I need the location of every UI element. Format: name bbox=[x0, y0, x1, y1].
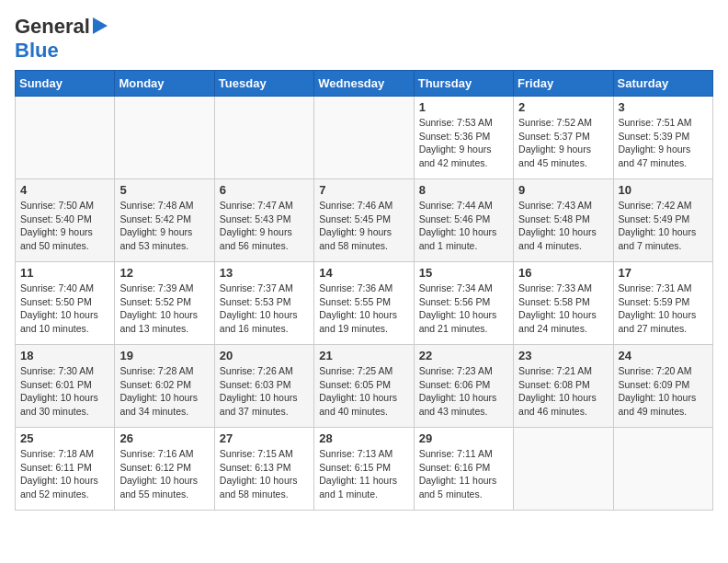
day-number: 29 bbox=[419, 431, 508, 445]
calendar-cell bbox=[514, 428, 613, 511]
svg-marker-0 bbox=[93, 17, 108, 34]
day-number: 2 bbox=[518, 100, 608, 114]
day-number: 19 bbox=[119, 349, 209, 362]
day-number: 7 bbox=[319, 183, 408, 197]
day-info: Sunrise: 7:25 AM Sunset: 6:05 PM Dayligh… bbox=[319, 364, 408, 419]
calendar-cell: 25Sunrise: 7:18 AM Sunset: 6:11 PM Dayli… bbox=[16, 428, 115, 511]
day-info: Sunrise: 7:13 AM Sunset: 6:15 PM Dayligh… bbox=[319, 447, 408, 501]
weekday-header: Friday bbox=[514, 71, 613, 97]
day-number: 1 bbox=[419, 100, 508, 114]
day-info: Sunrise: 7:46 AM Sunset: 5:45 PM Dayligh… bbox=[319, 199, 408, 253]
day-info: Sunrise: 7:37 AM Sunset: 5:53 PM Dayligh… bbox=[220, 282, 309, 336]
calendar-cell: 12Sunrise: 7:39 AM Sunset: 5:52 PM Dayli… bbox=[115, 262, 214, 345]
calendar-cell: 13Sunrise: 7:37 AM Sunset: 5:53 PM Dayli… bbox=[214, 262, 313, 345]
day-number: 27 bbox=[220, 431, 309, 445]
calendar-header: SundayMondayTuesdayWednesdayThursdayFrid… bbox=[16, 71, 713, 97]
day-number: 12 bbox=[119, 266, 209, 280]
weekday-header: Wednesday bbox=[314, 71, 414, 97]
calendar-cell: 4Sunrise: 7:50 AM Sunset: 5:40 PM Daylig… bbox=[16, 179, 115, 262]
calendar-cell: 17Sunrise: 7:31 AM Sunset: 5:59 PM Dayli… bbox=[613, 262, 712, 345]
day-info: Sunrise: 7:50 AM Sunset: 5:40 PM Dayligh… bbox=[20, 199, 109, 253]
logo-blue: Blue bbox=[15, 39, 59, 62]
day-info: Sunrise: 7:33 AM Sunset: 5:58 PM Dayligh… bbox=[518, 282, 608, 336]
day-info: Sunrise: 7:34 AM Sunset: 5:56 PM Dayligh… bbox=[419, 282, 508, 336]
header-row: SundayMondayTuesdayWednesdayThursdayFrid… bbox=[16, 71, 713, 97]
day-info: Sunrise: 7:53 AM Sunset: 5:36 PM Dayligh… bbox=[419, 116, 508, 170]
calendar-cell: 18Sunrise: 7:30 AM Sunset: 6:01 PM Dayli… bbox=[16, 345, 115, 428]
calendar-cell: 16Sunrise: 7:33 AM Sunset: 5:58 PM Dayli… bbox=[514, 262, 613, 345]
logo-general: General bbox=[15, 15, 90, 39]
day-info: Sunrise: 7:39 AM Sunset: 5:52 PM Dayligh… bbox=[119, 282, 209, 336]
calendar-body: 1Sunrise: 7:53 AM Sunset: 5:36 PM Daylig… bbox=[16, 97, 713, 511]
calendar-table: SundayMondayTuesdayWednesdayThursdayFrid… bbox=[15, 70, 713, 511]
day-number: 17 bbox=[619, 266, 708, 280]
weekday-header: Tuesday bbox=[214, 71, 313, 97]
day-info: Sunrise: 7:44 AM Sunset: 5:46 PM Dayligh… bbox=[419, 199, 508, 253]
day-info: Sunrise: 7:43 AM Sunset: 5:48 PM Dayligh… bbox=[518, 199, 608, 253]
calendar-cell: 6Sunrise: 7:47 AM Sunset: 5:43 PM Daylig… bbox=[214, 179, 313, 262]
day-number: 11 bbox=[20, 266, 109, 280]
day-info: Sunrise: 7:40 AM Sunset: 5:50 PM Dayligh… bbox=[20, 282, 109, 336]
day-number: 24 bbox=[619, 349, 708, 362]
calendar-cell: 10Sunrise: 7:42 AM Sunset: 5:49 PM Dayli… bbox=[613, 179, 712, 262]
day-number: 26 bbox=[119, 431, 209, 445]
calendar-cell: 20Sunrise: 7:26 AM Sunset: 6:03 PM Dayli… bbox=[214, 345, 313, 428]
day-number: 23 bbox=[518, 349, 608, 362]
day-number: 20 bbox=[220, 349, 309, 362]
calendar-week-row: 4Sunrise: 7:50 AM Sunset: 5:40 PM Daylig… bbox=[16, 179, 713, 262]
calendar-cell: 7Sunrise: 7:46 AM Sunset: 5:45 PM Daylig… bbox=[314, 179, 414, 262]
calendar-cell: 29Sunrise: 7:11 AM Sunset: 6:16 PM Dayli… bbox=[414, 428, 513, 511]
weekday-header: Saturday bbox=[613, 71, 712, 97]
day-number: 5 bbox=[119, 183, 209, 197]
calendar-cell: 5Sunrise: 7:48 AM Sunset: 5:42 PM Daylig… bbox=[115, 179, 214, 262]
day-number: 8 bbox=[419, 183, 508, 197]
day-number: 21 bbox=[319, 349, 408, 362]
day-info: Sunrise: 7:16 AM Sunset: 6:12 PM Dayligh… bbox=[119, 447, 209, 501]
day-info: Sunrise: 7:23 AM Sunset: 6:06 PM Dayligh… bbox=[419, 364, 508, 419]
calendar-cell bbox=[314, 97, 414, 179]
day-info: Sunrise: 7:47 AM Sunset: 5:43 PM Dayligh… bbox=[220, 199, 309, 253]
day-info: Sunrise: 7:36 AM Sunset: 5:55 PM Dayligh… bbox=[319, 282, 408, 336]
day-info: Sunrise: 7:51 AM Sunset: 5:39 PM Dayligh… bbox=[619, 116, 708, 170]
day-number: 6 bbox=[220, 183, 309, 197]
calendar-cell: 26Sunrise: 7:16 AM Sunset: 6:12 PM Dayli… bbox=[115, 428, 214, 511]
calendar-cell: 14Sunrise: 7:36 AM Sunset: 5:55 PM Dayli… bbox=[314, 262, 414, 345]
weekday-header: Sunday bbox=[16, 71, 115, 97]
weekday-header: Monday bbox=[115, 71, 214, 97]
calendar-week-row: 11Sunrise: 7:40 AM Sunset: 5:50 PM Dayli… bbox=[16, 262, 713, 345]
calendar-cell: 19Sunrise: 7:28 AM Sunset: 6:02 PM Dayli… bbox=[115, 345, 214, 428]
calendar-week-row: 25Sunrise: 7:18 AM Sunset: 6:11 PM Dayli… bbox=[16, 428, 713, 511]
day-number: 3 bbox=[619, 100, 708, 114]
day-number: 22 bbox=[419, 349, 508, 362]
page-header: General Blue bbox=[15, 15, 713, 63]
logo-triangle-icon bbox=[93, 17, 108, 38]
day-number: 25 bbox=[20, 431, 109, 445]
day-number: 15 bbox=[419, 266, 508, 280]
day-info: Sunrise: 7:21 AM Sunset: 6:08 PM Dayligh… bbox=[518, 364, 608, 419]
calendar-cell: 24Sunrise: 7:20 AM Sunset: 6:09 PM Dayli… bbox=[613, 345, 712, 428]
day-info: Sunrise: 7:15 AM Sunset: 6:13 PM Dayligh… bbox=[220, 447, 309, 501]
calendar-cell: 22Sunrise: 7:23 AM Sunset: 6:06 PM Dayli… bbox=[414, 345, 513, 428]
calendar-cell: 2Sunrise: 7:52 AM Sunset: 5:37 PM Daylig… bbox=[514, 97, 613, 179]
calendar-cell: 15Sunrise: 7:34 AM Sunset: 5:56 PM Dayli… bbox=[414, 262, 513, 345]
day-info: Sunrise: 7:26 AM Sunset: 6:03 PM Dayligh… bbox=[220, 364, 309, 419]
day-number: 10 bbox=[619, 183, 708, 197]
day-info: Sunrise: 7:30 AM Sunset: 6:01 PM Dayligh… bbox=[20, 364, 109, 419]
calendar-week-row: 18Sunrise: 7:30 AM Sunset: 6:01 PM Dayli… bbox=[16, 345, 713, 428]
calendar-cell: 28Sunrise: 7:13 AM Sunset: 6:15 PM Dayli… bbox=[314, 428, 414, 511]
day-number: 16 bbox=[518, 266, 608, 280]
calendar-cell: 27Sunrise: 7:15 AM Sunset: 6:13 PM Dayli… bbox=[214, 428, 313, 511]
day-info: Sunrise: 7:11 AM Sunset: 6:16 PM Dayligh… bbox=[419, 447, 508, 501]
day-info: Sunrise: 7:18 AM Sunset: 6:11 PM Dayligh… bbox=[20, 447, 109, 501]
calendar-cell: 11Sunrise: 7:40 AM Sunset: 5:50 PM Dayli… bbox=[16, 262, 115, 345]
calendar-cell: 9Sunrise: 7:43 AM Sunset: 5:48 PM Daylig… bbox=[514, 179, 613, 262]
calendar-cell: 8Sunrise: 7:44 AM Sunset: 5:46 PM Daylig… bbox=[414, 179, 513, 262]
day-number: 14 bbox=[319, 266, 408, 280]
weekday-header: Thursday bbox=[414, 71, 513, 97]
day-number: 18 bbox=[20, 349, 109, 362]
calendar-cell bbox=[214, 97, 313, 179]
calendar-cell bbox=[115, 97, 214, 179]
day-number: 9 bbox=[518, 183, 608, 197]
calendar-cell: 23Sunrise: 7:21 AM Sunset: 6:08 PM Dayli… bbox=[514, 345, 613, 428]
day-info: Sunrise: 7:31 AM Sunset: 5:59 PM Dayligh… bbox=[619, 282, 708, 336]
